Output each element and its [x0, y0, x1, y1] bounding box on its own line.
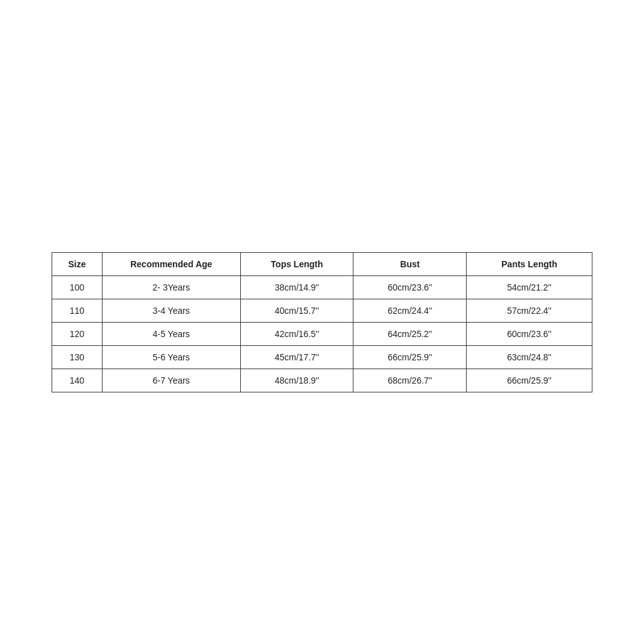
cell-tops_length-0: 38cm/14.9'' — [240, 275, 353, 299]
table-row: 1103-4 Years40cm/15.7''62cm/24.4''57cm/2… — [52, 299, 592, 322]
cell-pants_length-3: 63cm/24.8'' — [467, 345, 592, 369]
table-row: 1002- 3Years38cm/14.9''60cm/23.6''54cm/2… — [52, 275, 592, 299]
cell-bust-3: 66cm/25.9'' — [353, 345, 467, 369]
cell-age-0: 2- 3Years — [102, 275, 240, 299]
cell-bust-0: 60cm/23.6'' — [353, 275, 467, 299]
size-chart-table: Size Recommended Age Tops Length Bust Pa… — [52, 252, 592, 392]
cell-bust-2: 64cm/25.2'' — [353, 322, 467, 345]
table-row: 1305-6 Years45cm/17.7''66cm/25.9''63cm/2… — [52, 345, 592, 369]
cell-age-2: 4-5 Years — [102, 322, 240, 345]
cell-bust-1: 62cm/24.4'' — [353, 299, 467, 322]
cell-tops_length-3: 45cm/17.7'' — [240, 345, 353, 369]
cell-tops_length-2: 42cm/16.5'' — [240, 322, 353, 345]
cell-pants_length-0: 54cm/21.2'' — [467, 275, 592, 299]
cell-pants_length-1: 57cm/22.4'' — [467, 299, 592, 322]
cell-size-3: 130 — [52, 345, 103, 369]
cell-pants_length-4: 66cm/25.9'' — [467, 369, 592, 392]
header-size: Size — [52, 252, 103, 275]
cell-pants_length-2: 60cm/23.6'' — [467, 322, 592, 345]
cell-size-2: 120 — [52, 322, 103, 345]
cell-size-4: 140 — [52, 369, 103, 392]
header-tops-length: Tops Length — [240, 252, 353, 275]
cell-size-0: 100 — [52, 275, 103, 299]
size-chart-container: Size Recommended Age Tops Length Bust Pa… — [52, 252, 592, 392]
cell-bust-4: 68cm/26.7'' — [353, 369, 467, 392]
header-pants-length: Pants Length — [467, 252, 592, 275]
header-age: Recommended Age — [102, 252, 240, 275]
cell-age-4: 6-7 Years — [102, 369, 240, 392]
cell-age-3: 5-6 Years — [102, 345, 240, 369]
table-header-row: Size Recommended Age Tops Length Bust Pa… — [52, 252, 592, 275]
cell-tops_length-1: 40cm/15.7'' — [240, 299, 353, 322]
table-row: 1406-7 Years48cm/18.9''68cm/26.7''66cm/2… — [52, 369, 592, 392]
table-row: 1204-5 Years42cm/16.5''64cm/25.2''60cm/2… — [52, 322, 592, 345]
header-bust: Bust — [353, 252, 467, 275]
cell-tops_length-4: 48cm/18.9'' — [240, 369, 353, 392]
cell-age-1: 3-4 Years — [102, 299, 240, 322]
cell-size-1: 110 — [52, 299, 103, 322]
